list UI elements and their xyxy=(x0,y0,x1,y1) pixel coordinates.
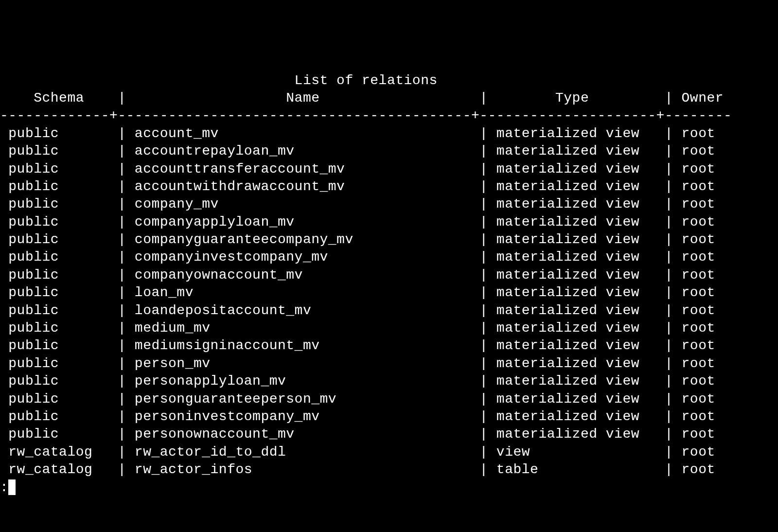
table-row: public | personinvestcompany_mv | materi… xyxy=(0,408,778,426)
table-separator: -------------+--------------------------… xyxy=(0,107,778,124)
table-row: public | companyapplyloan_mv | materiali… xyxy=(0,213,778,231)
table-title: List of relations xyxy=(0,72,778,89)
table-row: public | medium_mv | materialized view |… xyxy=(0,319,778,337)
table-header: Schema | Name | Type | Owner xyxy=(0,89,778,107)
table-row: public | personownaccount_mv | materiali… xyxy=(0,426,778,443)
pager-prompt[interactable]: : xyxy=(0,480,8,495)
table-row: public | loandepositaccount_mv | materia… xyxy=(0,302,778,319)
table-row: public | person_mv | materialized view |… xyxy=(0,355,778,372)
cursor xyxy=(8,479,16,495)
table-body: public | account_mv | materialized view … xyxy=(0,125,778,479)
table-row: public | mediumsigninaccount_mv | materi… xyxy=(0,337,778,355)
table-row: rw_catalog | rw_actor_id_to_ddl | view |… xyxy=(0,443,778,461)
table-row: public | company_mv | materialized view … xyxy=(0,195,778,213)
table-row: public | loan_mv | materialized view | r… xyxy=(0,284,778,301)
table-row: public | personguaranteeperson_mv | mate… xyxy=(0,390,778,408)
table-row: public | accounttransferaccount_mv | mat… xyxy=(0,160,778,178)
table-row: public | companyguaranteecompany_mv | ma… xyxy=(0,231,778,248)
table-row: public | accountrepayloan_mv | materiali… xyxy=(0,142,778,160)
terminal-output[interactable]: List of relations Schema | Name | Type |… xyxy=(0,72,778,497)
table-row: public | personapplyloan_mv | materializ… xyxy=(0,372,778,390)
table-row: public | companyownaccount_mv | material… xyxy=(0,266,778,284)
table-row: public | account_mv | materialized view … xyxy=(0,125,778,142)
table-row: public | companyinvestcompany_mv | mater… xyxy=(0,248,778,266)
table-row: rw_catalog | rw_actor_infos | table | ro… xyxy=(0,461,778,479)
table-row: public | accountwithdrawaccount_mv | mat… xyxy=(0,178,778,195)
